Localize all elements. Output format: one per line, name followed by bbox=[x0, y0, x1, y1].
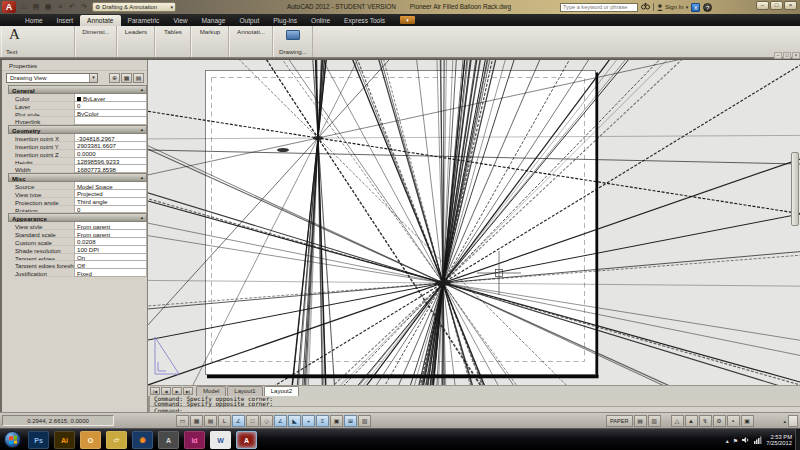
section-header-geometry[interactable]: Geometry▴ bbox=[8, 125, 147, 134]
property-value[interactable]: ByLayer bbox=[74, 94, 147, 102]
annotation-visibility-icon[interactable]: ▲ bbox=[685, 415, 698, 427]
ribbon-tab-online[interactable]: Online bbox=[304, 15, 337, 26]
command-line-window[interactable]: Command: Specify opposite corner:Command… bbox=[148, 396, 800, 412]
ribbon-panel-tables[interactable]: Tables bbox=[155, 26, 191, 57]
ribbon-tab-view[interactable]: View bbox=[166, 15, 194, 26]
drawing-restore-button[interactable]: □ bbox=[783, 52, 791, 59]
property-value[interactable]: Projected bbox=[74, 190, 147, 198]
show-desktop-button[interactable] bbox=[795, 429, 800, 450]
autodesk-exchange-icon[interactable]: X bbox=[691, 3, 700, 12]
taskbar-app-illustrator[interactable]: Ai bbox=[54, 431, 75, 449]
taskbar-app-word[interactable]: W bbox=[210, 431, 231, 449]
quick-view-layouts-button[interactable]: ▤ bbox=[634, 415, 647, 427]
ducs-toggle[interactable]: ◣ bbox=[288, 415, 301, 427]
object-type-dropdown[interactable]: Drawing View ▼ bbox=[6, 73, 98, 83]
grid-toggle[interactable]: ▤ bbox=[204, 415, 217, 427]
otrack-toggle[interactable]: ∠ bbox=[274, 415, 287, 427]
quick-view-drawings-button[interactable]: ▥ bbox=[648, 415, 661, 427]
ribbon-panel-annotati[interactable]: Annotati... bbox=[229, 26, 273, 57]
undo-icon[interactable]: ↶ bbox=[67, 2, 77, 12]
taskbar-app-firefox[interactable]: ◉ bbox=[132, 431, 153, 449]
ribbon-tab-parametric[interactable]: Parametric bbox=[121, 15, 167, 26]
ortho-toggle[interactable]: L bbox=[218, 415, 231, 427]
ribbon-tab-home[interactable]: Home bbox=[18, 15, 50, 26]
ribbon-tab-express-tools[interactable]: Express Tools bbox=[337, 15, 392, 26]
property-value[interactable]: On bbox=[74, 254, 147, 262]
plot-icon[interactable]: ≡ bbox=[55, 2, 65, 12]
property-value[interactable]: 0.0208 bbox=[74, 238, 147, 246]
taskbar-app-design-review[interactable]: A bbox=[158, 431, 179, 449]
layout-nav-icon[interactable]: |◀ bbox=[150, 387, 160, 395]
property-value[interactable]: ByColor bbox=[74, 110, 147, 118]
hardware-acceleration-icon[interactable]: ▣ bbox=[741, 415, 754, 427]
annotation-scale-icon[interactable]: △ bbox=[671, 415, 684, 427]
paper-space-button[interactable]: PAPER bbox=[606, 415, 633, 427]
property-value[interactable]: -304818.2967 bbox=[74, 134, 147, 142]
selection-cycling-toggle[interactable]: ▥ bbox=[358, 415, 371, 427]
taskbar-app-outlook[interactable]: O bbox=[80, 431, 101, 449]
save-icon[interactable]: ▦ bbox=[43, 2, 53, 12]
start-button[interactable] bbox=[4, 431, 21, 448]
transparency-toggle[interactable]: ▣ bbox=[330, 415, 343, 427]
ribbon-panel-dimensi[interactable]: Dimensi... bbox=[75, 26, 117, 57]
network-icon[interactable] bbox=[754, 436, 762, 445]
sign-in-button[interactable]: Sign In ▾ bbox=[657, 4, 688, 11]
ribbon-panel-markup[interactable]: Markup bbox=[191, 26, 229, 57]
property-value[interactable]: 100 DPI bbox=[74, 246, 147, 254]
autoscale-icon[interactable]: ↯ bbox=[699, 415, 712, 427]
layout-nav-icon[interactable]: ▶ bbox=[172, 387, 182, 395]
taskbar-clock[interactable]: 2:53 PM 7/25/2012 bbox=[766, 434, 792, 447]
help-icon[interactable]: ? bbox=[703, 3, 712, 12]
volume-icon[interactable] bbox=[742, 436, 750, 445]
section-header-misc[interactable]: Misc▴ bbox=[8, 173, 147, 182]
minimize-button[interactable]: – bbox=[756, 1, 769, 10]
drawing-canvas[interactable] bbox=[148, 60, 800, 385]
layout-nav-icon[interactable]: ▶| bbox=[183, 387, 193, 395]
redo-icon[interactable]: ↷ bbox=[79, 2, 89, 12]
ribbon-tab-manage[interactable]: Manage bbox=[195, 15, 233, 26]
toolbar-lock-icon[interactable]: ▪ bbox=[727, 415, 740, 427]
taskbar-app-autocad[interactable]: A bbox=[236, 431, 257, 449]
lwt-toggle[interactable]: ≡ bbox=[316, 415, 329, 427]
property-value[interactable]: 12898596.9233 bbox=[74, 158, 147, 166]
workspace-selector[interactable]: ⚙ Drafting & Annotation ▾ bbox=[92, 2, 176, 12]
maximize-button[interactable]: □ bbox=[770, 1, 783, 10]
polar-tracking-toggle[interactable]: ∠ bbox=[232, 415, 245, 427]
taskbar-app-explorer[interactable]: ▱ bbox=[106, 431, 127, 449]
drawing-minimize-button[interactable]: – bbox=[774, 52, 782, 59]
quick-properties-toggle[interactable]: ⊞ bbox=[344, 415, 357, 427]
property-value[interactable]: 1680773.8598 bbox=[74, 165, 147, 173]
ribbon-tab-plug-ins[interactable]: Plug-ins bbox=[266, 15, 304, 26]
new-icon[interactable]: □ bbox=[19, 2, 29, 12]
property-value[interactable]: From parent bbox=[74, 230, 147, 238]
quick-select-icon[interactable]: ▦ bbox=[121, 73, 132, 83]
property-value[interactable]: Third angle bbox=[74, 198, 147, 206]
ribbon-tab-annotate[interactable]: Annotate bbox=[80, 15, 120, 26]
property-value[interactable]: Fixed bbox=[74, 269, 147, 277]
toggle-value-icon[interactable]: ⊕ bbox=[109, 73, 120, 83]
infer-constraints-toggle[interactable]: ▭ bbox=[176, 415, 189, 427]
quick-properties-icon[interactable]: ▤ bbox=[133, 73, 144, 83]
ribbon-tab-output[interactable]: Output bbox=[232, 15, 266, 26]
autocad-logo-icon[interactable]: A bbox=[2, 1, 16, 13]
taskbar-app-indesign[interactable]: Id bbox=[184, 431, 205, 449]
properties-palette-title[interactable]: Properties bbox=[2, 60, 147, 71]
property-value[interactable]: 0 bbox=[74, 206, 147, 214]
drawing-area[interactable] bbox=[148, 60, 800, 385]
drawing-close-button[interactable]: × bbox=[792, 52, 800, 59]
property-value[interactable] bbox=[74, 117, 147, 125]
snap-toggle[interactable]: ▦ bbox=[190, 415, 203, 427]
ribbon-tab-insert[interactable]: Insert bbox=[50, 15, 81, 26]
status-menu-arrow-icon[interactable]: ▴ bbox=[783, 418, 786, 424]
property-value[interactable]: 2903381.6607 bbox=[74, 142, 147, 150]
3d-osnap-toggle[interactable]: ◇ bbox=[260, 415, 273, 427]
osnap-toggle[interactable]: □ bbox=[246, 415, 259, 427]
property-value[interactable]: Off bbox=[74, 261, 147, 269]
ribbon-panel-text[interactable]: AText bbox=[1, 26, 75, 57]
open-icon[interactable]: ▤ bbox=[31, 2, 41, 12]
property-value[interactable]: From parent bbox=[74, 222, 147, 230]
clean-screen-button[interactable] bbox=[788, 415, 798, 427]
workspace-switching-icon[interactable]: ⚙ bbox=[713, 415, 726, 427]
close-button[interactable]: × bbox=[784, 1, 797, 10]
action-center-flag-icon[interactable]: ⚑ bbox=[733, 437, 738, 444]
